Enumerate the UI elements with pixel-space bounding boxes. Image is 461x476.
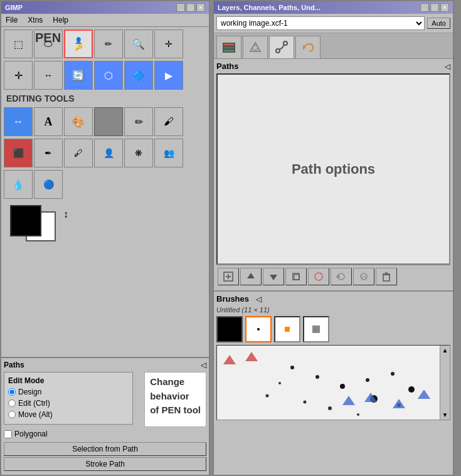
- align-tool[interactable]: ↔: [34, 61, 63, 90]
- toolbox: ⬚ ⬭ 👤 🔑 ✏ 🔍 ✛ PEN ✛ ↔ 🔄 ⬡ 🔷 ▶ EDITING TO…: [1, 27, 209, 357]
- blur-smudge-tool[interactable]: 💧: [4, 170, 33, 199]
- svg-point-40: [357, 413, 359, 416]
- color-picker-tool[interactable]: 🎨: [64, 107, 93, 136]
- menubar: File Xtns Help: [1, 14, 209, 27]
- edit-radio[interactable]: [8, 399, 16, 407]
- brush-orange-preview[interactable]: [274, 316, 300, 342]
- clone-tool[interactable]: 👤: [94, 139, 123, 167]
- paths-section-right: Paths ◁ Path options: [214, 59, 453, 290]
- rotate-tool[interactable]: 🔄: [64, 61, 93, 90]
- brushes-arrow[interactable]: ◁: [256, 295, 262, 304]
- heal-tool[interactable]: ❋: [124, 139, 153, 167]
- edit-mode-title: Edit Mode: [8, 376, 129, 385]
- dodge-burn-tool[interactable]: 🔵: [34, 170, 63, 199]
- brush-canvas: ▲ ▼: [216, 345, 450, 420]
- paths-canvas: Path options: [216, 73, 450, 265]
- layers-tab[interactable]: [216, 36, 241, 58]
- image-selector: working image.xcf-1 Auto: [214, 14, 453, 33]
- perspective-tool[interactable]: ▶: [154, 61, 183, 90]
- zoom-tool[interactable]: 🔍: [124, 29, 153, 58]
- lower-path-btn[interactable]: [263, 268, 284, 285]
- fg-color-swatch[interactable]: [10, 205, 41, 236]
- paths-panel-arrow[interactable]: ◁: [201, 361, 206, 369]
- left-title: GIMP: [5, 4, 23, 11]
- polygonal-checkbox[interactable]: [4, 430, 12, 438]
- undo-tab[interactable]: [295, 36, 321, 58]
- flip-tool[interactable]: ↔: [4, 107, 33, 136]
- ink-tool[interactable]: 🖋: [64, 139, 93, 167]
- paths-section-title: Paths: [216, 61, 238, 71]
- path-options-label: Path options: [292, 161, 375, 177]
- svg-point-27: [366, 378, 369, 382]
- close-btn[interactable]: ×: [196, 3, 205, 12]
- fg-color-indicator[interactable]: [216, 316, 243, 342]
- left-panel: GIMP _ □ × File Xtns Help ⬚ ⬭ 👤 🔑 ✏ 🔍 ✛: [0, 0, 210, 476]
- minimize-btn[interactable]: _: [176, 3, 185, 12]
- move-tool[interactable]: ✛: [4, 61, 33, 90]
- svg-marker-12: [270, 275, 277, 280]
- paths-section-arrow[interactable]: ◁: [445, 62, 450, 71]
- brush-gray-square: [312, 325, 320, 333]
- duplicate-path-btn[interactable]: [285, 268, 307, 285]
- brush-tool[interactable]: 🖌: [154, 107, 183, 136]
- paths-tab[interactable]: [269, 36, 294, 58]
- editing-tools-label: EDITING TOOLS: [4, 92, 206, 105]
- raise-path-btn[interactable]: [240, 268, 262, 285]
- paths-panel-left: Paths ◁ Edit Mode Design Edit (Ctrl): [1, 357, 209, 475]
- brush-dot-preview[interactable]: [245, 316, 272, 342]
- stroke-path-btn[interactable]: Stroke Path: [4, 457, 206, 471]
- path-to-selection-btn[interactable]: [308, 268, 329, 285]
- design-option[interactable]: Design: [8, 388, 129, 396]
- right-maximize-btn[interactable]: □: [430, 3, 439, 12]
- menu-file[interactable]: File: [4, 15, 19, 25]
- brush-subtitle: Untitled (11 × 11): [216, 306, 450, 314]
- paths-toolbar: [216, 265, 450, 288]
- right-minimize-btn[interactable]: _: [420, 3, 429, 12]
- crop-tool[interactable]: ✛: [154, 29, 183, 58]
- brush-gray-preview[interactable]: [303, 316, 329, 342]
- swap-colors-btn[interactable]: ↕: [63, 209, 68, 220]
- new-path-btn[interactable]: [218, 268, 239, 285]
- pencil-tool[interactable]: ✏: [124, 107, 153, 136]
- image-dropdown[interactable]: working image.xcf-1: [216, 16, 425, 30]
- perspective-clone-tool[interactable]: 👥: [154, 139, 183, 167]
- move-option[interactable]: Move (Alt): [8, 410, 129, 419]
- stroke-path-right-btn[interactable]: [353, 268, 374, 285]
- scroll-up-btn[interactable]: ▲: [441, 346, 450, 355]
- auto-btn[interactable]: Auto: [427, 18, 450, 29]
- svg-rect-1: [223, 46, 235, 49]
- selection-from-path-btn[interactable]: Selection from Path: [4, 442, 206, 456]
- selection-to-path-btn[interactable]: [331, 268, 352, 285]
- menu-xtns[interactable]: Xtns: [26, 15, 45, 25]
- pen-tool[interactable]: 👤 🔑: [64, 29, 93, 58]
- change-behavior-box: Changebehaviorof PEN tool: [144, 372, 206, 427]
- brush-orange-square: [285, 327, 290, 332]
- right-close-btn[interactable]: ×: [440, 3, 449, 12]
- left-titlebar-controls: _ □ ×: [176, 3, 205, 12]
- scale-tool[interactable]: ⬡: [94, 61, 123, 90]
- brush-dot-pattern-svg: [217, 346, 443, 420]
- edit-option[interactable]: Edit (Ctrl): [8, 399, 129, 408]
- scrollbar[interactable]: ▲ ▼: [440, 346, 450, 420]
- move-radio[interactable]: [8, 411, 16, 418]
- channels-tab[interactable]: [243, 36, 268, 58]
- shear-tool[interactable]: 🔷: [124, 61, 153, 90]
- measure-tool[interactable]: ✏: [94, 29, 123, 58]
- delete-path-btn[interactable]: [376, 268, 397, 285]
- design-radio[interactable]: [8, 388, 16, 396]
- change-behavior-text: Changebehaviorof PEN tool: [150, 375, 201, 418]
- color-area: ↕: [4, 203, 206, 245]
- brush-preview-row: [216, 316, 450, 342]
- paths-panel-header: Paths ◁: [4, 361, 206, 369]
- scroll-down-btn[interactable]: ▼: [441, 410, 450, 420]
- text-tool[interactable]: A: [34, 107, 63, 136]
- right-title: Layers, Channels, Paths, Und...: [218, 4, 321, 11]
- maximize-btn[interactable]: □: [186, 3, 195, 12]
- eraser-tool[interactable]: ⬛: [4, 139, 33, 167]
- rectangle-select-tool[interactable]: ⬚: [4, 29, 33, 58]
- svg-point-25: [315, 375, 319, 379]
- menu-help[interactable]: Help: [51, 15, 70, 25]
- edit-label: Edit (Ctrl): [18, 399, 50, 408]
- bucket-fill-tool[interactable]: [94, 107, 123, 136]
- airbrush-tool[interactable]: ✒: [34, 139, 63, 167]
